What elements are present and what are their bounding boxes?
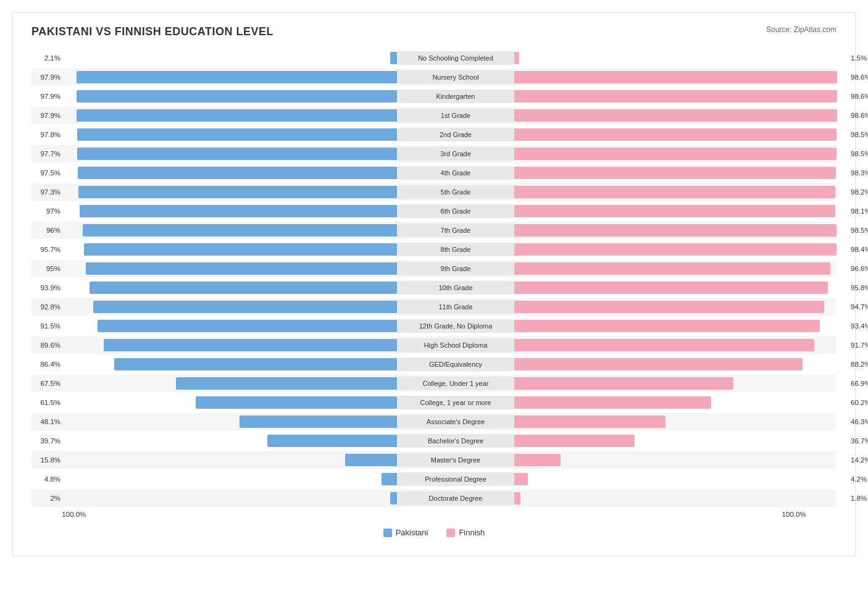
right-bar	[514, 492, 520, 504]
right-value: 96.6%	[848, 265, 868, 272]
left-bar-wrap	[64, 473, 397, 485]
bar-row: 67.5% College, Under 1 year 66.9%	[31, 375, 837, 392]
bar-row: 4.8% Professional Degree 4.2%	[31, 470, 837, 488]
bar-label: Doctorate Degree	[397, 491, 514, 505]
left-bar	[176, 377, 397, 390]
right-value: 95.8%	[848, 284, 868, 291]
left-bar	[345, 454, 397, 466]
bar-label: 3rd Grade	[397, 147, 514, 161]
left-value: 15.8%	[31, 456, 64, 464]
bar-row: 97.9% Nursery School 98.6%	[31, 69, 837, 86]
left-value: 96%	[31, 227, 64, 234]
left-bar	[104, 339, 397, 351]
bar-row: 89.6% High School Diploma 91.7%	[31, 337, 837, 354]
left-bar	[77, 71, 397, 83]
right-bar-wrap	[514, 416, 848, 428]
bar-row: 15.8% Master's Degree 14.2%	[31, 451, 837, 469]
right-bar-wrap	[514, 243, 848, 256]
right-bar	[514, 186, 835, 198]
bar-label: 8th Grade	[397, 243, 514, 256]
left-bar-wrap	[64, 435, 397, 447]
bar-row: 95% 9th Grade 96.6%	[31, 260, 837, 277]
left-bar	[90, 282, 397, 294]
right-value: 98.5%	[848, 227, 868, 234]
right-bar-wrap	[514, 435, 848, 447]
left-value: 97.3%	[31, 188, 64, 196]
left-bar-wrap	[64, 454, 397, 466]
bar-label: 5th Grade	[397, 185, 514, 199]
left-bar-wrap	[64, 377, 397, 390]
left-bar-wrap	[64, 339, 397, 351]
legend-label: Pakistani	[396, 528, 428, 537]
right-bar-wrap	[514, 377, 848, 390]
footer-left-value: 100.0%	[62, 511, 378, 518]
left-bar-wrap	[64, 186, 397, 198]
right-value: 98.3%	[848, 169, 868, 177]
right-bar-wrap	[514, 301, 848, 313]
bar-label: 4th Grade	[397, 166, 514, 180]
bar-label: 2nd Grade	[397, 128, 514, 141]
left-value: 86.4%	[31, 361, 64, 368]
bar-row: 97.9% 1st Grade 98.6%	[31, 107, 837, 124]
left-bar-wrap	[64, 128, 397, 141]
bar-row: 97.8% 2nd Grade 98.5%	[31, 126, 837, 143]
right-bar-wrap	[514, 71, 848, 83]
right-value: 98.6%	[848, 112, 868, 119]
left-bar-wrap	[64, 52, 397, 64]
bar-label: High School Diploma	[397, 338, 514, 352]
right-bar-wrap	[514, 148, 848, 160]
right-bar-wrap	[514, 492, 848, 504]
left-bar-wrap	[64, 301, 397, 313]
right-bar	[514, 243, 837, 256]
chart-header: PAKISTANI VS FINNISH EDUCATION LEVEL Sou…	[31, 25, 837, 38]
right-bar-wrap	[514, 396, 848, 409]
left-bar	[240, 416, 397, 428]
right-value: 46.3%	[848, 418, 868, 425]
left-bar	[390, 52, 397, 64]
left-value: 97.9%	[31, 112, 64, 119]
right-bar	[514, 473, 528, 485]
bar-row: 95.7% 8th Grade 98.4%	[31, 241, 837, 258]
right-value: 60.2%	[848, 399, 868, 406]
right-value: 66.9%	[848, 380, 868, 387]
bar-label: 10th Grade	[397, 281, 514, 295]
legend-color	[446, 529, 455, 537]
left-bar	[98, 320, 397, 332]
right-value: 98.2%	[848, 188, 868, 196]
right-value: 98.4%	[848, 246, 868, 253]
left-value: 67.5%	[31, 380, 64, 387]
bar-label: GED/Equivalency	[397, 357, 514, 371]
bar-label: Kindergarten	[397, 90, 514, 103]
bar-row: 97.9% Kindergarten 98.6%	[31, 88, 837, 105]
right-bar-wrap	[514, 454, 848, 466]
right-bar	[514, 109, 837, 122]
legend-item: Finnish	[446, 528, 485, 537]
bar-label: 6th Grade	[397, 204, 514, 218]
right-bar	[514, 148, 837, 160]
footer-row: 100.0% 100.0%	[31, 511, 837, 518]
left-value: 92.8%	[31, 303, 64, 311]
right-bar	[514, 52, 519, 64]
right-value: 98.6%	[848, 93, 868, 100]
left-value: 2.1%	[31, 54, 64, 62]
bar-label: No Schooling Completed	[397, 51, 514, 65]
right-value: 98.6%	[848, 73, 868, 81]
right-value: 1.8%	[848, 495, 868, 502]
left-value: 89.6%	[31, 341, 64, 349]
left-bar-wrap	[64, 224, 397, 236]
legend: Pakistani Finnish	[31, 528, 837, 537]
left-bar	[80, 205, 397, 217]
right-bar	[514, 396, 711, 409]
right-bar	[514, 301, 824, 313]
left-bar-wrap	[64, 320, 397, 332]
left-bar-wrap	[64, 416, 397, 428]
bar-row: 92.8% 11th Grade 94.7%	[31, 298, 837, 316]
left-bar-wrap	[64, 205, 397, 217]
left-value: 97.8%	[31, 131, 64, 138]
bar-row: 61.5% College, 1 year or more 60.2%	[31, 394, 837, 411]
left-bar-wrap	[64, 262, 397, 275]
right-bar	[514, 224, 837, 236]
legend-item: Pakistani	[383, 528, 428, 537]
left-bar-wrap	[64, 243, 397, 256]
right-bar	[514, 167, 836, 179]
